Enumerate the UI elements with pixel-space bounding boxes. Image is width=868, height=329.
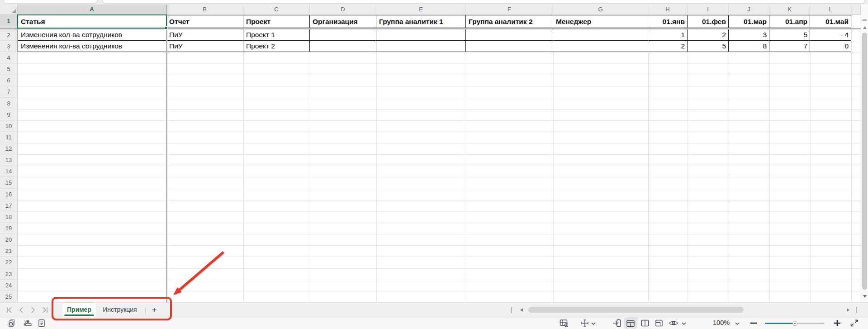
cell-f2[interactable] xyxy=(466,29,553,41)
cell-h1[interactable]: 01.янв xyxy=(648,15,688,28)
cell-c3[interactable]: Проект 2 xyxy=(243,41,310,52)
scroll-up-icon[interactable] xyxy=(863,26,867,29)
row-header-20[interactable]: 20 xyxy=(0,234,18,245)
cell-l1[interactable]: 01.май xyxy=(810,15,851,28)
cell-b2[interactable]: ПиУ xyxy=(166,29,243,41)
column-header-i[interactable]: I xyxy=(688,5,729,15)
row-header-11[interactable]: 11 xyxy=(0,132,18,143)
cell-i2[interactable]: 2 xyxy=(688,29,729,41)
formula-input[interactable] xyxy=(103,0,865,4)
position-select-icon[interactable] xyxy=(580,319,590,328)
row-header-7[interactable]: 7 xyxy=(0,86,18,97)
row-header-16[interactable]: 16 xyxy=(0,189,18,200)
cell-k3[interactable]: 7 xyxy=(769,41,810,52)
cell-d2[interactable] xyxy=(310,29,376,41)
cell-c1[interactable]: Проект xyxy=(243,15,310,28)
cell-i1[interactable]: 01.фев xyxy=(688,15,729,28)
cell-e1[interactable]: Группа аналитик 1 xyxy=(376,15,466,28)
horizontal-scroll-thumb[interactable] xyxy=(528,307,744,313)
column-header-h[interactable]: H xyxy=(648,5,688,15)
selected-cell-outline[interactable] xyxy=(17,14,167,29)
row-header-23[interactable]: 23 xyxy=(0,268,18,280)
vb-macro-icon[interactable]: VB xyxy=(23,319,33,328)
row-header-3[interactable]: 3 xyxy=(0,41,18,52)
cell-l2[interactable]: - 4 xyxy=(810,29,851,41)
zoom-in-icon[interactable] xyxy=(833,319,843,328)
row-header-18[interactable]: 18 xyxy=(0,211,18,223)
cell-b3[interactable]: ПиУ xyxy=(166,41,243,52)
scroll-left-icon[interactable] xyxy=(520,308,523,312)
cell-c2[interactable]: Проект 1 xyxy=(243,29,310,41)
name-box[interactable] xyxy=(3,0,97,4)
cell-b1[interactable]: Отчет xyxy=(166,15,243,28)
column-header-a[interactable]: A xyxy=(18,5,166,15)
zoom-out-icon[interactable] xyxy=(749,319,759,328)
last-sheet-icon[interactable] xyxy=(41,306,50,314)
row-header-4[interactable]: 4 xyxy=(0,52,18,63)
column-header-partial[interactable] xyxy=(851,5,861,15)
previous-sheet-icon[interactable] xyxy=(17,306,26,314)
row-header-22[interactable]: 22 xyxy=(0,257,18,268)
cell-g2[interactable] xyxy=(553,29,648,41)
column-header-k[interactable]: K xyxy=(769,5,810,15)
document-outline-icon[interactable] xyxy=(37,319,47,328)
cell-j2[interactable]: 3 xyxy=(729,29,769,41)
first-sheet-icon[interactable] xyxy=(5,306,14,314)
column-header-l[interactable]: L xyxy=(810,5,851,15)
row-header-2[interactable]: 2 xyxy=(0,29,18,41)
column-header-b[interactable]: B xyxy=(166,5,243,15)
row-header-6[interactable]: 6 xyxy=(0,75,18,86)
row-header-8[interactable]: 8 xyxy=(0,98,18,109)
row-header-15[interactable]: 15 xyxy=(0,177,18,188)
row-header-9[interactable]: 9 xyxy=(0,109,18,120)
row-header-10[interactable]: 10 xyxy=(0,120,18,132)
jump-to-cell-icon[interactable] xyxy=(612,319,622,328)
row-header-5[interactable]: 5 xyxy=(0,63,18,75)
fill-handle[interactable] xyxy=(165,26,168,29)
column-header-e[interactable]: E xyxy=(376,5,466,15)
position-select-dropdown-icon[interactable] xyxy=(591,319,596,328)
cell-h2[interactable]: 1 xyxy=(648,29,688,41)
column-header-g[interactable]: G xyxy=(553,5,648,15)
reading-view-dropdown-icon[interactable] xyxy=(681,319,687,328)
cell-j1[interactable]: 01.мар xyxy=(729,15,769,28)
split-view-icon[interactable] xyxy=(640,319,650,328)
vertical-scrollbar[interactable] xyxy=(861,5,868,302)
vertical-scroll-thumb[interactable] xyxy=(862,33,867,290)
next-sheet-icon[interactable] xyxy=(29,306,38,314)
cell-d1[interactable]: Организация xyxy=(310,15,376,28)
zoom-slider[interactable] xyxy=(765,319,825,328)
row-header-14[interactable]: 14 xyxy=(0,166,18,177)
row-header-19[interactable]: 19 xyxy=(0,223,18,234)
cell-h3[interactable]: 2 xyxy=(648,41,688,52)
document-history-icon[interactable] xyxy=(7,319,17,328)
cell-a2[interactable]: Изменения кол-ва сотрудников xyxy=(18,29,166,41)
row-header-25[interactable]: 25 xyxy=(0,291,18,302)
column-header-j[interactable]: J xyxy=(729,5,769,15)
normal-view-icon[interactable] xyxy=(624,318,637,329)
cell-g1[interactable]: Менеджер xyxy=(553,15,648,28)
row-header-13[interactable]: 13 xyxy=(0,154,18,166)
row-header-24[interactable]: 24 xyxy=(0,280,18,291)
cell-a3[interactable]: Изменения кол-ва сотрудников xyxy=(18,41,166,52)
scroll-right-icon[interactable] xyxy=(847,308,849,312)
row-header-1[interactable]: 1 xyxy=(0,15,18,28)
scroll-down-icon[interactable] xyxy=(863,295,867,298)
column-header-f[interactable]: F xyxy=(466,5,553,15)
cell-k2[interactable]: 5 xyxy=(769,29,810,41)
select-all-corner[interactable] xyxy=(0,5,18,15)
cell-g3[interactable] xyxy=(553,41,648,52)
zoom-dropdown-icon[interactable] xyxy=(735,319,740,328)
column-header-c[interactable]: C xyxy=(243,5,310,15)
row-header-21[interactable]: 21 xyxy=(0,245,18,257)
row-header-12[interactable]: 12 xyxy=(0,143,18,154)
cell-e3[interactable] xyxy=(376,41,466,52)
cell-e2[interactable] xyxy=(376,29,466,41)
cell-d3[interactable] xyxy=(310,41,376,52)
cell-i3[interactable]: 5 xyxy=(688,41,729,52)
zoom-level-value[interactable]: 100% xyxy=(713,319,730,326)
row-header-17[interactable]: 17 xyxy=(0,200,18,211)
table-settings-icon[interactable] xyxy=(559,319,569,328)
cell-f1[interactable]: Группа аналитик 2 xyxy=(466,15,553,28)
reading-view-icon[interactable] xyxy=(669,319,678,328)
